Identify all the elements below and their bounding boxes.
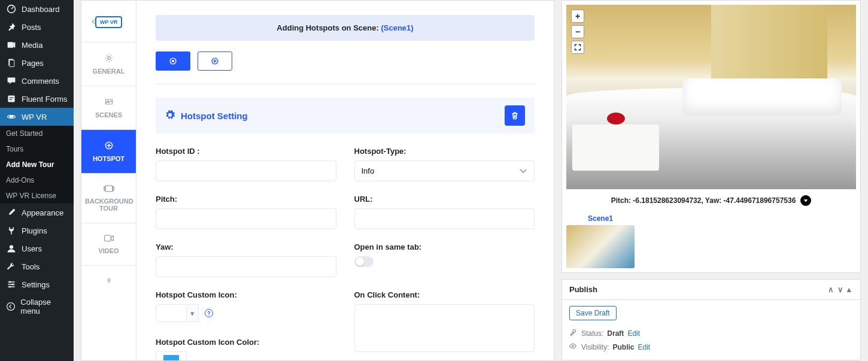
menu-settings[interactable]: Settings (0, 275, 74, 293)
menu-collapse[interactable]: Collapse menu (0, 293, 74, 320)
panel-up-icon[interactable]: ∧ (826, 285, 836, 294)
input-hotspot-id[interactable] (156, 160, 336, 181)
svg-rect-4 (8, 95, 14, 102)
tab-label: BACKGROUND TOUR (85, 198, 133, 212)
hotspot-tab-current[interactable] (156, 51, 190, 71)
tab-background-tour[interactable]: BACKGROUND TOUR (81, 174, 136, 223)
input-yaw[interactable] (156, 256, 336, 277)
hotspot-tab-add[interactable] (198, 51, 232, 71)
svg-rect-5 (10, 98, 13, 98)
color-chip (163, 355, 179, 360)
submenu-license[interactable]: WP VR License (0, 188, 74, 204)
svg-rect-8 (10, 116, 13, 118)
tab-hotspot[interactable]: HOTSPOT (81, 130, 136, 174)
scene-link[interactable]: (Scene1) (381, 23, 413, 32)
toggle-same-tab[interactable] (354, 256, 374, 267)
color-swatch[interactable] (156, 351, 187, 360)
pages-icon (6, 58, 17, 68)
svg-point-22 (107, 279, 110, 281)
collapse-icon (6, 302, 16, 311)
svg-rect-21 (104, 235, 111, 241)
wpvr-submenu: Get Started Tours Add New Tour Add-Ons W… (0, 126, 74, 204)
label-same-tab: Open in same tab: (354, 242, 535, 251)
scene-banner: Adding Hotspots on Scene: (Scene1) (156, 15, 535, 41)
menu-tools[interactable]: Tools (0, 257, 74, 275)
menu-label: Fluent Forms (22, 95, 68, 104)
menu-label: Collapse menu (20, 298, 68, 316)
editor-panel: WP VR GENERAL SCENES HOTSPOT BACK (81, 0, 554, 361)
menu-label: Comments (22, 77, 59, 86)
scene-thumb-label: Scene1 (566, 212, 635, 225)
user-icon (6, 244, 17, 253)
field-click-content: On Click Content: (354, 290, 535, 354)
menu-appearance[interactable]: Appearance (0, 204, 74, 222)
select-hotspot-type[interactable]: Info (354, 160, 535, 181)
help-icon[interactable]: ? (205, 309, 213, 317)
svg-point-13 (7, 303, 15, 311)
hotspot-setting-header: Hotspot Setting (156, 98, 535, 134)
menu-media[interactable]: Media (0, 36, 74, 54)
input-url[interactable] (354, 208, 535, 229)
menu-comments[interactable]: Comments (0, 72, 74, 90)
field-pitch: Pitch: (156, 195, 336, 229)
menu-posts[interactable]: Posts (0, 18, 74, 36)
menu-dashboard[interactable]: Dashboard (0, 0, 74, 18)
svg-point-14 (107, 57, 110, 60)
zoom-in-button[interactable]: + (571, 10, 584, 23)
field-hotspot-id: Hotspot ID : (156, 147, 336, 181)
delete-hotspot-button[interactable] (505, 105, 525, 126)
icon-dropdown[interactable]: ▾ (187, 304, 199, 322)
tab-more[interactable] (81, 266, 136, 301)
key-icon (569, 329, 578, 338)
preview-panel: + − Pitch: -6.181528623094732, Yaw: -47.… (562, 0, 861, 273)
svg-point-9 (10, 245, 13, 248)
vertical-tabs: WP VR GENERAL SCENES HOTSPOT BACK (81, 1, 136, 360)
menu-label: Pages (22, 59, 44, 68)
arrow-down-icon[interactable] (800, 195, 811, 206)
scene-thumbnail[interactable]: Scene1 (566, 212, 635, 268)
wrench-icon (6, 262, 17, 271)
edit-visibility-link[interactable]: Edit (638, 343, 650, 351)
menu-plugins[interactable]: Plugins (0, 222, 74, 239)
field-url: URL: (354, 195, 535, 229)
field-same-tab: Open in same tab: (354, 242, 535, 277)
menu-pages[interactable]: Pages (0, 54, 74, 72)
menu-label: WP VR (22, 113, 47, 122)
wpvr-logo: WP VR (81, 1, 136, 43)
scene-thumb-image (566, 225, 635, 268)
svg-rect-18 (105, 186, 113, 192)
publish-panel: Publish ∧ ∨ ▴ Save Draft Status: Draft E… (562, 279, 861, 360)
tab-label: SCENES (95, 111, 122, 119)
input-click-content[interactable] (354, 304, 535, 352)
zoom-out-button[interactable]: − (571, 25, 584, 38)
submenu-add-new-tour[interactable]: Add New Tour (0, 157, 74, 172)
svg-point-10 (9, 281, 11, 283)
sliders-icon (6, 280, 17, 289)
menu-wpvr[interactable]: WP VR (0, 108, 74, 126)
panel-down-icon[interactable]: ∨ (836, 285, 845, 294)
field-custom-icon: Hotspot Custom Icon: ▾ ? Hotspot Custom … (156, 290, 336, 360)
menu-users[interactable]: Users (0, 239, 74, 257)
tab-scenes[interactable]: SCENES (81, 86, 136, 130)
tab-video[interactable]: VIDEO (81, 223, 136, 266)
tab-general[interactable]: GENERAL (81, 43, 136, 86)
panel-toggle-icon[interactable]: ▴ (845, 285, 853, 294)
svg-point-27 (572, 345, 574, 347)
menu-label: Tools (22, 262, 40, 271)
media-icon (6, 40, 17, 50)
menu-label: Settings (22, 280, 50, 289)
menu-fluent-forms[interactable]: Fluent Forms (0, 90, 74, 108)
edit-status-link[interactable]: Edit (627, 329, 640, 338)
fullscreen-button[interactable] (571, 41, 584, 54)
submenu-tours[interactable]: Tours (0, 141, 74, 157)
pitch-yaw-readout: Pitch: -6.181528623094732, Yaw: -47.4496… (566, 189, 856, 210)
submenu-get-started[interactable]: Get Started (0, 126, 74, 141)
menu-label: Plugins (22, 226, 47, 235)
plug-icon (6, 226, 17, 235)
submenu-addons[interactable]: Add-Ons (0, 172, 74, 188)
tab-label: HOTSPOT (93, 155, 125, 162)
panorama-viewer[interactable]: + − (566, 5, 856, 189)
save-draft-button[interactable]: Save Draft (569, 306, 617, 320)
brush-icon (6, 208, 17, 217)
input-pitch[interactable] (156, 208, 336, 229)
